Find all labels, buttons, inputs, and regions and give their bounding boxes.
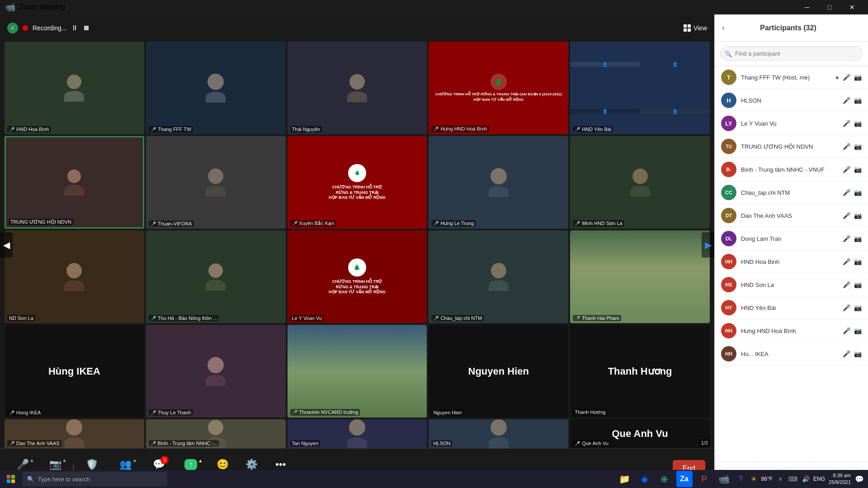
tile-label-19: Nguyen Hien — [431, 409, 464, 416]
participant-controls-le-y: 🎤 📷 — [843, 120, 862, 127]
person-head-9 — [491, 168, 507, 184]
tile-name-1: HND Hoa Binh — [16, 127, 49, 132]
tile-inner-6 — [6, 137, 143, 227]
share-screen-icon: ↑ ▲ — [184, 459, 197, 470]
video-tile-9[interactable]: 🎤 Hưng Le Trung — [429, 136, 568, 229]
participants-caret[interactable]: ▲ — [132, 458, 137, 463]
person-silhouette-7 — [146, 136, 286, 229]
person-body-6 — [64, 185, 84, 196]
video-tile-12[interactable]: 🎤 Thu Hà - Báo Nông thôn ... — [146, 230, 286, 323]
participant-controls-chau: 🎤 📷 — [843, 189, 862, 196]
taskbar-zalo[interactable]: Za — [676, 471, 693, 487]
titlebar-controls: ─ □ ✕ — [797, 0, 863, 14]
tile-name-19: Nguyen Hien — [433, 410, 462, 415]
participant-name-hlson: HLSON — [741, 97, 838, 104]
person-head-14 — [491, 263, 506, 278]
mute-icon-15: 🎤 — [575, 316, 580, 321]
nav-left-arrow[interactable]: ◀ — [0, 232, 13, 258]
person-body-1 — [64, 91, 84, 102]
participant-item-hnd-hb: HH HND Hoa Binh 🎤 📷 — [715, 250, 868, 273]
tile-inner-10 — [570, 136, 710, 229]
participant-name-dong: Dong Lam Tran — [741, 235, 838, 242]
video-tile-5[interactable]: 👤 👤 👤 👤 🎤 HND Yên Bái — [570, 42, 710, 134]
tile-name-20: Thanh Hương — [575, 409, 605, 415]
mute-icon-4: 🎤 — [433, 127, 439, 131]
video-tile-1[interactable]: 🎤 HND Hoa Binh — [5, 42, 144, 134]
participant-avatar-hnd-sl: HS — [721, 277, 736, 292]
participant-video-hu-ikea: 📷 — [854, 350, 862, 357]
video-tile-13[interactable]: 🌲 CHƯƠNG TRÌNH HỖ TRỢRỪNG & TRANG TRẠIHỌ… — [288, 230, 427, 323]
video-tile-7[interactable]: 🎤 Thuan-VIFORA — [146, 136, 286, 229]
video-tile-11[interactable]: ND Son La — [5, 230, 144, 323]
participants-list: T Thang FFF TW (Host, me) ● 🎤 📷 H HLSON … — [715, 66, 868, 462]
security-icon: 🛡️ — [86, 459, 98, 470]
video-tile-24[interactable]: HLSON — [429, 419, 568, 448]
video-tile-21[interactable]: 🎤 Dao The Anh VAAS — [5, 419, 144, 448]
collapse-panel-button[interactable]: ‹ — [722, 23, 725, 33]
video-tile-15[interactable]: 🎤 Thanh Hai Pham — [570, 230, 710, 323]
recording-dot-icon — [23, 25, 28, 31]
taskbar-zoom[interactable]: 📹 — [716, 471, 732, 487]
person-body-14 — [489, 280, 509, 291]
speaker-icon[interactable]: 🔊 — [801, 474, 811, 484]
video-tile-23[interactable]: Tan Nguyen — [288, 419, 427, 448]
video-tile-25[interactable]: Que Anh Vu 🎤 Que Anh Vu — [570, 419, 710, 448]
close-button[interactable]: ✕ — [842, 0, 863, 14]
recording-pause-button[interactable]: ⏸ — [71, 24, 78, 32]
pres-icon-4: 🌲 — [491, 74, 507, 90]
zoom-area: ✓ Recording... ⏸ ⏹ View ◀ — [0, 14, 714, 488]
participant-avatar-le-y: LY — [721, 116, 736, 131]
tile-inner-12 — [146, 230, 286, 323]
person-head-2 — [208, 74, 224, 90]
video-tile-4[interactable]: 🌲 CHƯƠNG TRÌNH HỖ TRỢ RỪNG & TRANG TRẠI … — [429, 42, 568, 134]
taskbar-dropbox[interactable]: ◆ — [637, 471, 653, 487]
minimize-button[interactable]: ─ — [797, 0, 817, 14]
video-tile-17[interactable]: 🎤 Thuy Le Thanh — [146, 325, 286, 418]
video-tile-3[interactable]: Thái Nguyên — [288, 42, 427, 134]
person-silhouette-12 — [146, 230, 286, 323]
taskbar-file-explorer[interactable]: 📁 — [617, 471, 633, 487]
participant-mic-muted-dong: 🎤 — [843, 235, 850, 242]
view-button[interactable]: View — [684, 24, 707, 32]
tile-label-16: 🎤 Hùng IKEA — [7, 409, 42, 416]
keyboard-icon[interactable]: ⌨ — [788, 474, 798, 484]
video-tile-2[interactable]: 🎤 Thang FFF TW — [146, 42, 286, 134]
video-tile-18[interactable]: 🎤 ThoanHo NVCARD trường — [288, 325, 427, 418]
taskbar-search-bar[interactable]: 🔍 Type here to search — [23, 472, 167, 486]
system-tray-expand[interactable]: ∧ — [775, 474, 785, 484]
video-tile-22[interactable]: 🎤 Bình - Trung tâm NNHC -... — [146, 419, 286, 448]
participant-item-trung-uong: TU TRUNG ƯƠNG HỘI NDVN 🎤 📷 — [715, 135, 868, 158]
stop-video-caret[interactable]: ▲ — [62, 458, 67, 463]
windows-start-button[interactable] — [2, 470, 20, 488]
mute-icon-9: 🎤 — [433, 221, 439, 226]
clock-date: 25/8/2021 — [829, 479, 851, 486]
video-tile-10[interactable]: 🎤 Minh HND Sơn La — [570, 136, 710, 229]
person-head-12 — [208, 263, 223, 278]
maximize-button[interactable]: □ — [819, 0, 840, 14]
nav-right-arrow[interactable]: ▶ — [702, 232, 714, 258]
video-tile-16[interactable]: Hùng IKEA 🎤 Hùng IKEA — [5, 325, 144, 418]
video-tile-14[interactable]: 🎤 Chau_tap chi NTM — [429, 230, 568, 323]
presentation-content-4: 🌲 CHƯƠNG TRÌNH HỖ TRỢ RỪNG & TRANG TRẠI … — [429, 42, 568, 134]
taskbar-powerpoint[interactable]: P — [696, 471, 712, 487]
video-tile-8[interactable]: 🌲 CHƯƠNG TRÌNH HỖ TRỢRỪNG & TRANG TRẠIHỌ… — [288, 136, 427, 229]
participant-name-hnd-yb: HND Yên Bái — [741, 305, 838, 311]
unmute-caret[interactable]: ▲ — [30, 458, 34, 463]
weather-sun-icon: ☀ — [749, 474, 759, 484]
video-tile-6[interactable]: TRUNG ƯƠNG HỘI NDVN — [5, 136, 144, 229]
participant-item-binh: B- Bình - Trung tâm NNHC - VNUF 🎤 📷 — [715, 158, 868, 181]
windows-taskbar: 🔍 Type here to search 📁 ◆ ⊕ Za P 📹 ? ☀ 8… — [0, 470, 868, 488]
svg-rect-0 — [7, 475, 10, 479]
video-tile-19[interactable]: Nguyen Hien Nguyen Hien — [429, 325, 568, 418]
participant-search-input[interactable] — [720, 46, 863, 61]
recording-stop-button[interactable]: ⏹ — [83, 24, 90, 32]
share-screen-caret[interactable]: ▲ — [198, 458, 203, 463]
video-tile-20[interactable]: Thanh Hương Thanh Hương — [570, 325, 710, 418]
participant-mic-hung-hnd: 🎤 — [843, 327, 850, 334]
tile-label-7: 🎤 Thuan-VIFORA — [149, 221, 194, 227]
notification-icon[interactable]: 💬 — [854, 474, 864, 484]
help-circle-icon[interactable]: ? — [736, 474, 746, 484]
participant-name-hnd-sl: HND Son La — [741, 282, 838, 288]
mute-icon-5: 🎤 — [575, 127, 580, 132]
taskbar-app-3[interactable]: ⊕ — [656, 471, 673, 487]
